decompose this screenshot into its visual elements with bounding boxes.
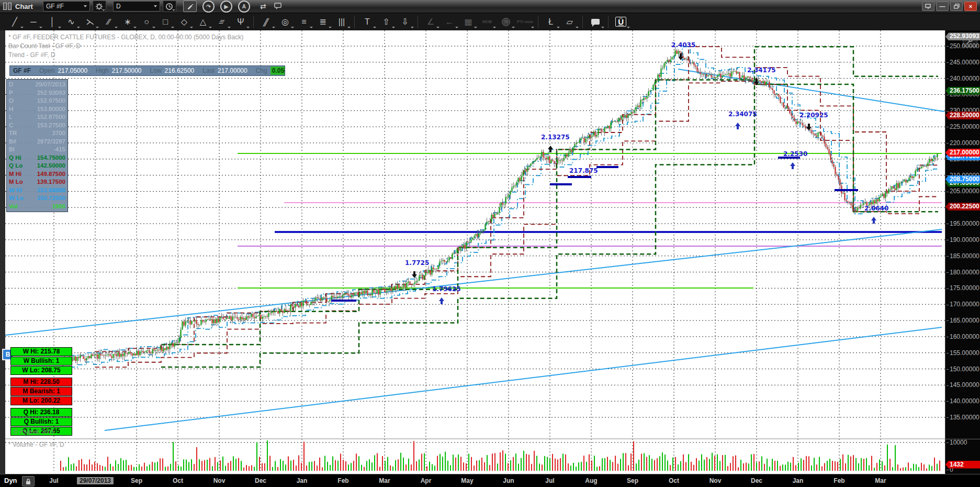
left-window-edge	[0, 30, 5, 487]
window-menu-button[interactable]	[922, 2, 934, 11]
last-value: 217.00000	[218, 67, 247, 74]
chevron-down-icon	[171, 27, 174, 28]
grid-tool-button[interactable]: ▦	[459, 15, 478, 29]
zigzag-icon: ∿	[67, 17, 74, 27]
month-tick-label: Nov	[213, 477, 226, 484]
volume-flag-badge: 1432	[945, 461, 980, 469]
symbol-dropdown[interactable]: GF #F	[43, 1, 90, 12]
link-button[interactable]: ⇄	[257, 1, 269, 12]
circles-tool-button[interactable]: ◎	[276, 15, 295, 29]
month-tick-label: Feb	[337, 477, 348, 484]
price-chart-canvas[interactable]: 2.40352.341752.340752.209252.25302.13275…	[5, 30, 945, 474]
month-tick-label: Jun	[503, 477, 514, 484]
close-button[interactable]: ×	[964, 2, 977, 11]
ball-70-tool-button[interactable]: 70	[497, 15, 515, 29]
vertical-line-tool-button[interactable]: │	[43, 15, 62, 29]
zigzag-label-tool-button[interactable]: Ł	[542, 15, 560, 29]
arrow-down-marker-tool-button[interactable]: ⇩	[396, 15, 414, 29]
arrow-tool-button[interactable]: ←	[440, 15, 459, 29]
time-axis[interactable]: Dyn Jul29/07/2013SepOctNovDecJanFebMarAp…	[0, 474, 980, 487]
readout-row-l: L152.87500	[9, 113, 65, 121]
zigzag-tool-button[interactable]: ∿	[62, 15, 81, 29]
price-tick-label: 170.00000	[947, 301, 979, 308]
low-label: Low	[150, 67, 162, 74]
price-tick-label: 225.00000	[947, 123, 979, 130]
toolbar-separator	[538, 16, 538, 28]
chevron-down-icon	[576, 27, 579, 28]
parallel-channel-tool-button[interactable]: ∥	[257, 15, 276, 29]
u-icon: Ü	[615, 17, 626, 27]
callout-tool-button[interactable]	[586, 15, 605, 29]
weekly-channel	[70, 47, 938, 356]
toolbar-separator	[608, 16, 609, 28]
triangle-tool-button[interactable]: △	[194, 15, 212, 29]
chevron-down-icon	[411, 27, 414, 28]
month-tick-label: Feb	[833, 477, 844, 484]
triangle-icon: △	[200, 17, 206, 27]
price-flag-badge: 217.00000	[945, 149, 980, 157]
arrow-up-marker-tool-button[interactable]: ⇧	[377, 15, 396, 29]
ellipse-tool-button[interactable]: ○	[137, 15, 156, 29]
symbol-settings-button[interactable]	[93, 1, 106, 12]
hatch-lines-tool-button[interactable]: ∕∕	[99, 15, 118, 29]
note-button[interactable]	[272, 1, 285, 12]
copyright-watermark: © eSignal, 2015	[14, 428, 54, 435]
grid-icon: ▦	[464, 17, 472, 27]
redo-curve-button[interactable]: ↷	[202, 1, 215, 13]
down-arrow-marker	[806, 124, 812, 130]
parallel-lines-tool-button[interactable]: ≡	[212, 15, 231, 29]
diamond-tool-button[interactable]: ◇	[175, 15, 194, 29]
ball-70-icon: 70	[502, 18, 510, 26]
mob-icon: MOB	[482, 20, 492, 24]
weekly-channel	[70, 59, 938, 367]
price-flag-badge: 228.50000	[945, 112, 980, 119]
price-tick-label: 165.00000	[947, 317, 979, 324]
u-tool-button[interactable]: Ü	[612, 15, 630, 29]
pitchfork-icon: Ψ	[237, 17, 244, 27]
up-arrow-marker	[790, 162, 795, 169]
parallel-channel-icon: ∥	[262, 17, 271, 27]
play-button[interactable]: ▶	[220, 1, 232, 13]
mob-tool-button[interactable]: MOB	[478, 15, 497, 29]
high-label: High	[96, 67, 109, 74]
gann-fan-tool-button[interactable]: ∠	[421, 15, 440, 29]
rectangle-tool-button[interactable]: □	[156, 15, 175, 29]
a-icon: A	[242, 4, 246, 9]
restore-button[interactable]	[950, 2, 963, 11]
chevron-down-icon	[455, 27, 458, 28]
minimize-button[interactable]: —	[936, 2, 949, 11]
fib-levels-icon: ≣	[319, 17, 326, 27]
readout-row-c: C153.27500	[9, 121, 65, 130]
auto-button[interactable]: A	[238, 1, 250, 13]
fan-lines-tool-button[interactable]: ⋋	[81, 15, 99, 29]
selected-date-box[interactable]: 29/07/2013	[77, 477, 114, 484]
signal-boxes: W Hi: 215.78W Bullish: 1W Lo: 208.75M Hi…	[10, 347, 72, 436]
chevron-down-icon	[20, 27, 24, 28]
fib-levels-tool-button[interactable]: ≣	[313, 15, 332, 29]
month-tick-label: Jan	[297, 477, 308, 484]
month-tick-label: Jul	[49, 477, 58, 484]
text-tool-button[interactable]: T	[358, 15, 377, 29]
draw-mode-button[interactable]	[183, 1, 197, 12]
hatch-lines-icon: ∕∕	[107, 17, 110, 27]
time-settings-button[interactable]	[163, 1, 176, 12]
starburst-tool-button[interactable]: ∗	[118, 15, 137, 29]
pti-tool-button[interactable]: PTI xxxx	[515, 15, 535, 29]
eraser-tool-button[interactable]: ▱	[560, 15, 579, 29]
fib-retracement-tool-button[interactable]: ≡	[295, 15, 313, 29]
interval-dropdown[interactable]: D	[113, 1, 160, 12]
chart-plot-area[interactable]: 2.40352.341752.340752.209252.25302.13275…	[5, 30, 945, 474]
symbol-value: GF #F	[46, 3, 64, 10]
axis-lock-button[interactable]	[22, 476, 35, 486]
price-axis[interactable]: 250.00000245.00000240.00000235.00000230.…	[945, 30, 980, 474]
trendline-icon: ╱	[12, 17, 17, 27]
month-tick-label: Nov	[709, 477, 722, 484]
fib-time-tool-button[interactable]: |||	[332, 15, 351, 29]
horizontal-line-tool-button[interactable]: ─	[24, 15, 43, 29]
chevron-down-icon	[329, 27, 332, 28]
trendline-tool-button[interactable]: ╱	[5, 15, 24, 29]
pitchfork-tool-button[interactable]: Ψ	[231, 15, 250, 29]
chevron-down-icon	[115, 27, 118, 28]
vertical-line-icon: │	[50, 17, 55, 27]
month-tick-label: Oct	[669, 477, 679, 484]
